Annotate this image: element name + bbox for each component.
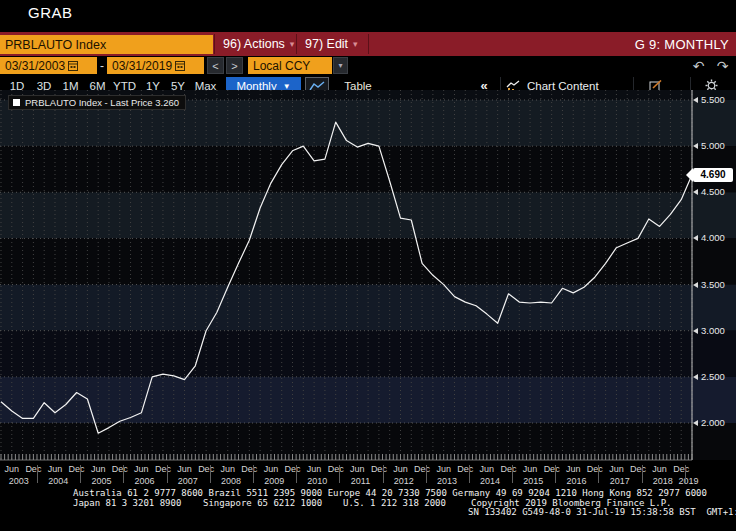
- x-axis-year-label: 2007: [168, 476, 208, 486]
- x-axis-month-label: Dec: [668, 464, 694, 474]
- start-date-field[interactable]: 03/31/2003: [0, 57, 97, 74]
- y-tick-arrow-icon: [693, 282, 698, 288]
- year-boundary-tick: [253, 465, 254, 483]
- currency-value: Local CCY: [253, 59, 310, 73]
- x-axis-year-label: 2016: [556, 476, 596, 486]
- y-tick-arrow-icon: [693, 143, 698, 149]
- year-boundary-tick: [80, 465, 81, 483]
- x-axis-year-label: 2003: [0, 476, 39, 486]
- actions-label: 96) Actions: [223, 37, 285, 51]
- year-boundary-tick: [123, 465, 124, 483]
- last-price-arrow-icon: [686, 168, 693, 182]
- year-boundary-tick: [339, 465, 340, 483]
- range-separator: -: [100, 59, 104, 73]
- legend[interactable]: PRBLAUTO Index - Last Price 3.260: [8, 95, 186, 110]
- security-ticker-field[interactable]: PRBLAUTO Index: [0, 35, 213, 54]
- year-boundary-tick: [37, 465, 38, 483]
- range-back-button[interactable]: <: [207, 57, 224, 74]
- actions-menu[interactable]: 96) Actions ▾: [223, 32, 294, 56]
- end-date-value: 03/31/2019: [112, 59, 172, 73]
- undo-button[interactable]: ↶: [688, 57, 709, 75]
- calendar-icon[interactable]: [175, 60, 185, 71]
- legend-label: PRBLAUTO Index - Last Price 3.260: [25, 97, 179, 108]
- year-boundary-tick: [598, 465, 599, 483]
- redo-button[interactable]: ↷: [712, 57, 733, 75]
- year-boundary-tick: [167, 465, 168, 483]
- footer-text: Japan 81 3 3201 8900: [73, 498, 181, 508]
- y-axis-label: 5.000: [701, 140, 725, 151]
- y-tick-arrow-icon: [693, 328, 698, 334]
- currency-caret-button[interactable]: ▾: [333, 57, 348, 74]
- page-function-label: G 9: MONTHLY: [635, 32, 729, 56]
- range-forward-button[interactable]: >: [226, 57, 243, 74]
- edit-menu[interactable]: 97) Edit ▾: [305, 32, 358, 56]
- caret-down-icon: ▾: [353, 39, 358, 49]
- x-axis-year-label: 2015: [513, 476, 553, 486]
- undo-icon: ↶: [693, 58, 705, 74]
- y-axis-label: 2.500: [701, 371, 725, 382]
- end-date-field[interactable]: 03/31/2019: [107, 57, 204, 74]
- footer-text: Singapore 65 6212 1000: [203, 498, 322, 508]
- year-boundary-tick: [383, 465, 384, 483]
- year-boundary-tick: [555, 465, 556, 483]
- y-axis-label: 2.000: [701, 417, 725, 428]
- y-tick-arrow-icon: [693, 235, 698, 241]
- year-boundary-tick: [426, 465, 427, 483]
- date-range-bar: 03/31/2003 - 03/31/2019 < > Local CCY ▾ …: [0, 56, 736, 76]
- year-boundary-tick: [469, 465, 470, 483]
- x-axis-year-label: 2017: [600, 476, 640, 486]
- y-axis-label: 3.000: [701, 325, 725, 336]
- currency-select[interactable]: Local CCY: [248, 57, 332, 74]
- start-date-value: 03/31/2003: [5, 59, 65, 73]
- caret-down-icon: ▾: [290, 39, 295, 49]
- series-swatch-icon: [13, 99, 20, 106]
- year-boundary-tick: [642, 465, 643, 483]
- year-boundary-tick: [685, 465, 686, 483]
- calendar-icon[interactable]: [68, 60, 78, 71]
- footer-text: U.S. 1 212 318 2000: [343, 498, 446, 508]
- bloomberg-footer: Australia 61 2 9777 8600 Brazil 5511 239…: [0, 488, 736, 518]
- x-axis-year-label: 2012: [384, 476, 424, 486]
- year-boundary-tick: [512, 465, 513, 483]
- divider: [368, 34, 369, 54]
- command-text: GRAB: [28, 4, 73, 21]
- x-axis-year-label: 2004: [38, 476, 78, 486]
- x-axis-year-label: 2008: [211, 476, 251, 486]
- year-boundary-tick: [296, 465, 297, 483]
- y-tick-arrow-icon: [693, 374, 698, 380]
- x-axis-year-label: 2005: [81, 476, 121, 486]
- chart-plot-area[interactable]: [0, 90, 736, 488]
- y-axis-label: 4.500: [701, 186, 725, 197]
- footer-text: SN 133402 G549-48-0 31-Jul-19 15:38:58 B…: [468, 507, 736, 517]
- y-tick-arrow-icon: [693, 420, 698, 426]
- x-axis-year-label: 2011: [341, 476, 381, 486]
- x-axis-year-label: 2013: [427, 476, 467, 486]
- x-axis-year-label: 2019: [668, 476, 708, 486]
- y-tick-arrow-icon: [693, 189, 698, 195]
- title-bar: GRAB: [0, 0, 736, 30]
- security-bar: PRBLAUTO Index 96) Actions ▾ 97) Edit ▾ …: [0, 32, 736, 56]
- x-axis-year-label: 2010: [297, 476, 337, 486]
- y-axis-label: 3.500: [701, 279, 725, 290]
- x-axis-year-label: 2006: [125, 476, 165, 486]
- footer-text: Australia 61 2 9777 8600 Brazil 5511 239…: [73, 488, 707, 498]
- redo-icon: ↷: [717, 58, 729, 74]
- edit-label: 97) Edit: [305, 37, 348, 51]
- divider: [214, 34, 215, 54]
- chart-area[interactable]: PRBLAUTO Index - Last Price 3.260 5.5005…: [0, 90, 736, 488]
- year-boundary-tick: [210, 465, 211, 483]
- x-axis-year-label: 2009: [254, 476, 294, 486]
- y-axis-label: 4.000: [701, 232, 725, 243]
- y-axis-label: 5.500: [701, 94, 725, 105]
- x-axis-year-label: 2014: [470, 476, 510, 486]
- caret-down-icon: ▾: [338, 61, 342, 70]
- y-tick-arrow-icon: [693, 97, 698, 103]
- divider: [296, 34, 297, 54]
- footer-text: Copyright 2019 Bloomberg Finance L.P.: [471, 498, 671, 508]
- last-price-badge: 4.690: [693, 168, 733, 182]
